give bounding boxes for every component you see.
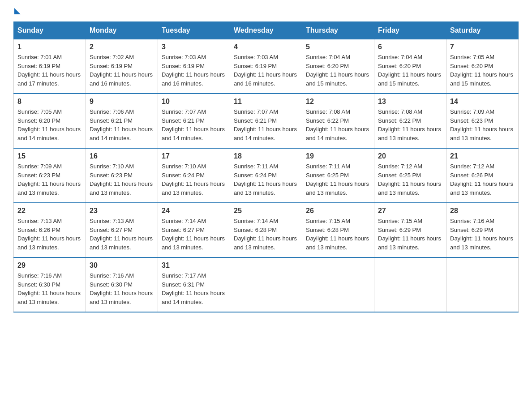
day-info: Sunrise: 7:10 AMSunset: 6:24 PMDaylight:…	[162, 162, 226, 197]
day-cell: 31 Sunrise: 7:17 AMSunset: 6:31 PMDaylig…	[158, 257, 230, 312]
day-cell: 17 Sunrise: 7:10 AMSunset: 6:24 PMDaylig…	[158, 148, 230, 203]
day-number: 27	[378, 207, 442, 215]
day-info: Sunrise: 7:08 AMSunset: 6:22 PMDaylight:…	[306, 107, 370, 142]
day-number: 6	[378, 43, 442, 51]
day-cell: 13 Sunrise: 7:08 AMSunset: 6:22 PMDaylig…	[374, 94, 446, 148]
day-cell: 22 Sunrise: 7:13 AMSunset: 6:26 PMDaylig…	[14, 203, 86, 257]
day-number: 2	[90, 43, 154, 51]
calendar-body: 1 Sunrise: 7:01 AMSunset: 6:19 PMDayligh…	[14, 39, 519, 313]
day-cell: 25 Sunrise: 7:14 AMSunset: 6:28 PMDaylig…	[230, 203, 302, 257]
day-cell: 9 Sunrise: 7:06 AMSunset: 6:21 PMDayligh…	[86, 94, 158, 148]
day-number: 21	[450, 152, 515, 160]
day-number: 1	[17, 43, 82, 51]
day-info: Sunrise: 7:16 AMSunset: 6:30 PMDaylight:…	[90, 271, 154, 306]
day-cell: 7 Sunrise: 7:05 AMSunset: 6:20 PMDayligh…	[446, 39, 519, 94]
day-info: Sunrise: 7:04 AMSunset: 6:20 PMDaylight:…	[378, 53, 442, 88]
day-info: Sunrise: 7:14 AMSunset: 6:27 PMDaylight:…	[162, 217, 226, 252]
day-cell: 10 Sunrise: 7:07 AMSunset: 6:21 PMDaylig…	[158, 94, 230, 148]
day-cell: 24 Sunrise: 7:14 AMSunset: 6:27 PMDaylig…	[158, 203, 230, 257]
day-info: Sunrise: 7:14 AMSunset: 6:28 PMDaylight:…	[234, 217, 298, 252]
header-cell-friday: Friday	[374, 22, 446, 39]
day-number: 18	[234, 152, 298, 160]
logo-arrow-icon	[14, 8, 21, 14]
day-number: 9	[90, 98, 154, 106]
day-cell: 8 Sunrise: 7:05 AMSunset: 6:20 PMDayligh…	[14, 94, 86, 148]
day-info: Sunrise: 7:17 AMSunset: 6:31 PMDaylight:…	[162, 271, 226, 306]
day-number: 3	[162, 43, 226, 51]
day-info: Sunrise: 7:01 AMSunset: 6:19 PMDaylight:…	[17, 53, 82, 88]
day-info: Sunrise: 7:09 AMSunset: 6:23 PMDaylight:…	[450, 107, 515, 142]
day-info: Sunrise: 7:08 AMSunset: 6:22 PMDaylight:…	[378, 107, 442, 142]
day-info: Sunrise: 7:03 AMSunset: 6:19 PMDaylight:…	[162, 53, 226, 88]
day-cell	[374, 257, 446, 312]
day-info: Sunrise: 7:13 AMSunset: 6:27 PMDaylight:…	[90, 217, 154, 252]
header-cell-sunday: Sunday	[14, 22, 86, 39]
day-number: 14	[450, 98, 515, 106]
day-number: 30	[90, 261, 154, 270]
day-number: 4	[234, 43, 298, 51]
day-number: 28	[450, 207, 515, 215]
day-number: 25	[234, 207, 298, 215]
day-number: 12	[306, 98, 370, 106]
day-info: Sunrise: 7:09 AMSunset: 6:23 PMDaylight:…	[17, 162, 82, 197]
day-cell: 27 Sunrise: 7:15 AMSunset: 6:29 PMDaylig…	[374, 203, 446, 257]
day-number: 24	[162, 207, 226, 215]
page-header	[13, 9, 519, 13]
day-info: Sunrise: 7:04 AMSunset: 6:20 PMDaylight:…	[306, 53, 370, 88]
week-row-3: 15 Sunrise: 7:09 AMSunset: 6:23 PMDaylig…	[14, 148, 519, 203]
day-number: 16	[90, 152, 154, 160]
day-cell: 20 Sunrise: 7:12 AMSunset: 6:25 PMDaylig…	[374, 148, 446, 203]
header-row: SundayMondayTuesdayWednesdayThursdayFrid…	[14, 22, 519, 39]
header-cell-wednesday: Wednesday	[230, 22, 302, 39]
day-info: Sunrise: 7:15 AMSunset: 6:29 PMDaylight:…	[378, 217, 442, 252]
day-number: 8	[17, 98, 82, 106]
day-info: Sunrise: 7:10 AMSunset: 6:23 PMDaylight:…	[90, 162, 154, 197]
calendar-header: SundayMondayTuesdayWednesdayThursdayFrid…	[14, 22, 519, 39]
day-number: 11	[234, 98, 298, 106]
day-cell: 3 Sunrise: 7:03 AMSunset: 6:19 PMDayligh…	[158, 39, 230, 94]
day-cell: 28 Sunrise: 7:16 AMSunset: 6:29 PMDaylig…	[446, 203, 519, 257]
week-row-4: 22 Sunrise: 7:13 AMSunset: 6:26 PMDaylig…	[14, 203, 519, 257]
day-number: 23	[90, 207, 154, 215]
day-number: 20	[378, 152, 442, 160]
day-cell: 5 Sunrise: 7:04 AMSunset: 6:20 PMDayligh…	[302, 39, 374, 94]
day-number: 19	[306, 152, 370, 160]
day-cell: 11 Sunrise: 7:07 AMSunset: 6:21 PMDaylig…	[230, 94, 302, 148]
week-row-1: 1 Sunrise: 7:01 AMSunset: 6:19 PMDayligh…	[14, 39, 519, 94]
day-info: Sunrise: 7:16 AMSunset: 6:30 PMDaylight:…	[17, 271, 82, 306]
day-info: Sunrise: 7:05 AMSunset: 6:20 PMDaylight:…	[450, 53, 515, 88]
week-row-2: 8 Sunrise: 7:05 AMSunset: 6:20 PMDayligh…	[14, 94, 519, 148]
day-cell: 16 Sunrise: 7:10 AMSunset: 6:23 PMDaylig…	[86, 148, 158, 203]
day-cell: 18 Sunrise: 7:11 AMSunset: 6:24 PMDaylig…	[230, 148, 302, 203]
week-row-5: 29 Sunrise: 7:16 AMSunset: 6:30 PMDaylig…	[14, 257, 519, 312]
day-info: Sunrise: 7:07 AMSunset: 6:21 PMDaylight:…	[234, 107, 298, 142]
day-info: Sunrise: 7:11 AMSunset: 6:25 PMDaylight:…	[306, 162, 370, 197]
day-cell: 29 Sunrise: 7:16 AMSunset: 6:30 PMDaylig…	[14, 257, 86, 312]
day-cell: 19 Sunrise: 7:11 AMSunset: 6:25 PMDaylig…	[302, 148, 374, 203]
day-cell: 21 Sunrise: 7:12 AMSunset: 6:26 PMDaylig…	[446, 148, 519, 203]
day-info: Sunrise: 7:03 AMSunset: 6:19 PMDaylight:…	[234, 53, 298, 88]
header-cell-monday: Monday	[86, 22, 158, 39]
day-info: Sunrise: 7:13 AMSunset: 6:26 PMDaylight:…	[17, 217, 82, 252]
day-cell	[230, 257, 302, 312]
header-cell-saturday: Saturday	[446, 22, 519, 39]
day-number: 31	[162, 261, 226, 270]
day-number: 15	[17, 152, 82, 160]
day-number: 10	[162, 98, 226, 106]
day-cell: 30 Sunrise: 7:16 AMSunset: 6:30 PMDaylig…	[86, 257, 158, 312]
day-number: 17	[162, 152, 226, 160]
day-cell: 1 Sunrise: 7:01 AMSunset: 6:19 PMDayligh…	[14, 39, 86, 94]
calendar-table: SundayMondayTuesdayWednesdayThursdayFrid…	[13, 21, 519, 313]
day-number: 7	[450, 43, 515, 51]
day-info: Sunrise: 7:11 AMSunset: 6:24 PMDaylight:…	[234, 162, 298, 197]
day-number: 22	[17, 207, 82, 215]
logo-general	[13, 9, 21, 15]
day-cell	[446, 257, 519, 312]
day-info: Sunrise: 7:06 AMSunset: 6:21 PMDaylight:…	[90, 107, 154, 142]
day-cell: 26 Sunrise: 7:15 AMSunset: 6:28 PMDaylig…	[302, 203, 374, 257]
day-cell: 14 Sunrise: 7:09 AMSunset: 6:23 PMDaylig…	[446, 94, 519, 148]
day-info: Sunrise: 7:12 AMSunset: 6:25 PMDaylight:…	[378, 162, 442, 197]
day-number: 13	[378, 98, 442, 106]
day-info: Sunrise: 7:16 AMSunset: 6:29 PMDaylight:…	[450, 217, 515, 252]
day-info: Sunrise: 7:02 AMSunset: 6:19 PMDaylight:…	[90, 53, 154, 88]
